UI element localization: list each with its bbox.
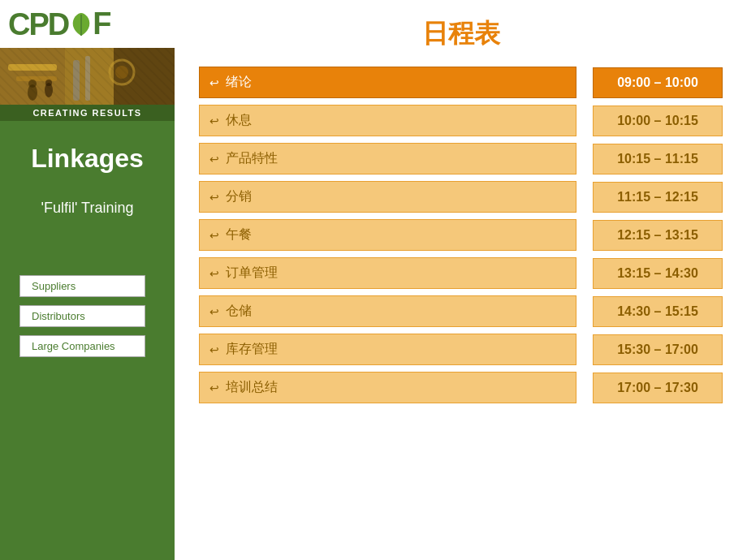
schedule-label: ↩分销 <box>199 181 576 213</box>
svg-point-12 <box>45 83 53 97</box>
schedule-time: 15:30 – 17:00 <box>593 334 723 365</box>
schedule-icon: ↩ <box>209 191 219 204</box>
nav-buttons: SuppliersDistributorsLarge Companies <box>0 275 175 357</box>
schedule-icon: ↩ <box>209 381 219 394</box>
linkages-title: Linkages <box>31 144 144 174</box>
schedule-row: ↩绪论09:00 – 10:00 <box>199 67 723 98</box>
schedule-icon: ↩ <box>209 114 219 127</box>
svg-rect-6 <box>73 60 80 101</box>
schedule-row: ↩订单管理13:15 – 14:30 <box>199 257 723 289</box>
schedule-time: 10:00 – 10:15 <box>593 106 723 136</box>
schedule-time: 11:15 – 12:15 <box>593 182 723 213</box>
schedule-row: ↩仓储14:30 – 15:15 <box>199 295 723 327</box>
svg-point-11 <box>28 80 37 88</box>
schedule-time: 12:15 – 13:15 <box>593 220 723 251</box>
schedule-icon: ↩ <box>209 305 219 318</box>
creating-results-label: CREATING RESULTS <box>0 105 175 121</box>
schedule-label: ↩午餐 <box>199 219 576 251</box>
schedule-row: ↩培训总结17:00 – 17:30 <box>199 372 723 403</box>
schedule-row: ↩休息10:00 – 10:15 <box>199 105 723 136</box>
logo-area: CPD F <box>0 0 175 48</box>
schedule-icon: ↩ <box>209 267 219 280</box>
svg-point-13 <box>45 80 52 86</box>
svg-rect-0 <box>0 48 175 105</box>
schedule-icon: ↩ <box>209 153 219 166</box>
svg-rect-4 <box>8 64 57 71</box>
schedule-label: ↩产品特性 <box>199 143 576 174</box>
schedule-icon: ↩ <box>209 76 219 89</box>
schedule-time: 10:15 – 11:15 <box>593 144 723 174</box>
schedule-time: 14:30 – 15:15 <box>593 296 723 327</box>
banner-svg <box>0 48 175 105</box>
schedule-label: ↩休息 <box>199 105 576 136</box>
fulfil-training-label: 'Fulfil' Training <box>41 198 134 218</box>
svg-point-9 <box>115 66 128 79</box>
schedule-row: ↩午餐12:15 – 13:15 <box>199 219 723 251</box>
schedule-time: 09:00 – 10:00 <box>593 67 723 98</box>
schedule-time: 13:15 – 14:30 <box>593 258 723 289</box>
logo-text-f: F <box>93 6 110 41</box>
nav-btn-large-companies[interactable]: Large Companies <box>19 335 145 357</box>
svg-rect-2 <box>65 48 114 105</box>
logo-cpdf: CPD <box>8 9 68 40</box>
svg-point-10 <box>28 84 37 101</box>
svg-point-8 <box>110 60 134 84</box>
main-content: 日程表 ↩绪论09:00 – 10:00↩休息10:00 – 10:15↩产品特… <box>175 0 747 560</box>
schedule-time: 17:00 – 17:30 <box>593 373 723 403</box>
svg-rect-3 <box>114 48 175 105</box>
page-title: 日程表 <box>422 16 500 52</box>
schedule-icon: ↩ <box>209 229 219 242</box>
nav-btn-distributors[interactable]: Distributors <box>19 305 145 327</box>
schedule-icon: ↩ <box>209 343 219 356</box>
schedule-label: ↩绪论 <box>199 67 576 98</box>
sidebar: CPD F CREATING RESULTS Linkages <box>0 0 175 560</box>
banner-image <box>0 48 175 105</box>
schedule-label: ↩订单管理 <box>199 257 576 289</box>
svg-rect-5 <box>16 76 57 81</box>
logo-leaf-icon <box>70 11 93 37</box>
schedule-label: ↩培训总结 <box>199 372 576 403</box>
schedule-grid: ↩绪论09:00 – 10:00↩休息10:00 – 10:15↩产品特性10:… <box>199 67 723 403</box>
schedule-row: ↩产品特性10:15 – 11:15 <box>199 143 723 174</box>
schedule-row: ↩分销11:15 – 12:15 <box>199 181 723 213</box>
schedule-label: ↩仓储 <box>199 295 576 327</box>
schedule-row: ↩库存管理15:30 – 17:00 <box>199 334 723 365</box>
nav-btn-suppliers[interactable]: Suppliers <box>19 275 145 297</box>
schedule-label: ↩库存管理 <box>199 334 576 365</box>
svg-rect-1 <box>0 48 65 105</box>
svg-rect-7 <box>85 56 90 101</box>
